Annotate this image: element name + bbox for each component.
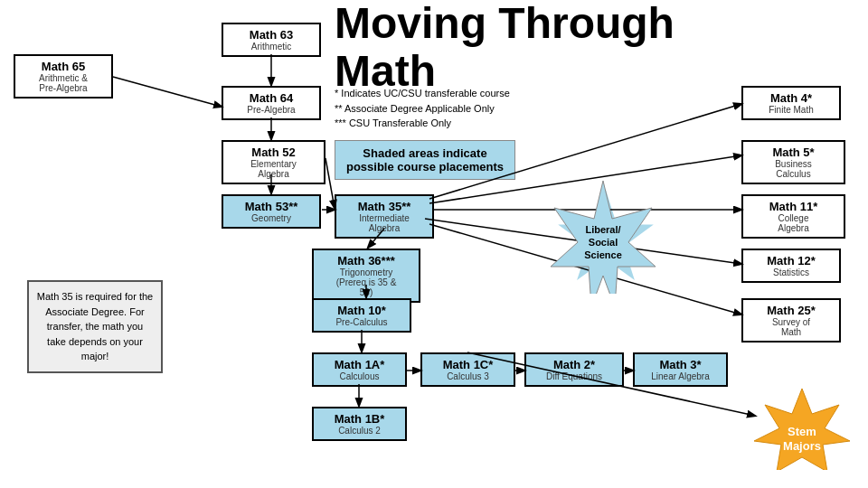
course-math11: Math 11* College Algebra xyxy=(741,194,845,239)
svg-line-12 xyxy=(326,158,335,208)
svg-text:Majors: Majors xyxy=(783,439,821,453)
course-math64: Math 64 Pre-Algebra xyxy=(222,86,321,120)
svg-line-8 xyxy=(113,77,222,107)
course-math3: Math 3* Linear Algebra xyxy=(633,352,728,387)
course-math25: Math 25* Survey of Math xyxy=(741,298,841,343)
course-math63: Math 63 Arithmetic xyxy=(222,23,321,57)
info-box: Math 35 is required for the Associate De… xyxy=(27,280,163,373)
course-math1b: Math 1B* Calculus 2 xyxy=(312,407,407,441)
course-math4: Math 4* Finite Math xyxy=(741,86,841,120)
course-math52: Math 52 Elementary Algebra xyxy=(222,140,326,184)
svg-text:Science: Science xyxy=(584,249,622,260)
shaded-note: Shaded areas indicate possible course pl… xyxy=(335,140,515,180)
burst-svg: Liberal/ Social Science xyxy=(547,181,660,294)
course-math10: Math 10* Pre-Calculus xyxy=(312,298,411,333)
course-math36: Math 36*** Trigonometry (Prereq is 35 & … xyxy=(312,249,420,303)
course-math2: Math 2* Diff Equations xyxy=(524,352,624,387)
course-math1a: Math 1A* Calculous xyxy=(312,352,407,387)
stem-burst-svg: Stem Majors xyxy=(750,389,854,470)
course-math65: Math 65 Arithmetic & Pre-Algebra xyxy=(14,54,113,99)
course-math53: Math 53** Geometry xyxy=(222,194,321,229)
svg-text:Stem: Stem xyxy=(788,425,816,438)
page-title: Moving Through Math xyxy=(335,0,675,96)
svg-text:Liberal/: Liberal/ xyxy=(585,224,620,235)
course-math1c: Math 1C* Calculus 3 xyxy=(420,352,515,387)
legend: * Indicates UC/CSU transferable course *… xyxy=(335,86,510,131)
course-math12: Math 12* Statistics xyxy=(741,249,841,283)
course-math5: Math 5* Business Calculus xyxy=(741,140,845,184)
course-math35: Math 35** Intermediate Algebra xyxy=(335,194,434,239)
svg-text:Social: Social xyxy=(589,237,618,248)
